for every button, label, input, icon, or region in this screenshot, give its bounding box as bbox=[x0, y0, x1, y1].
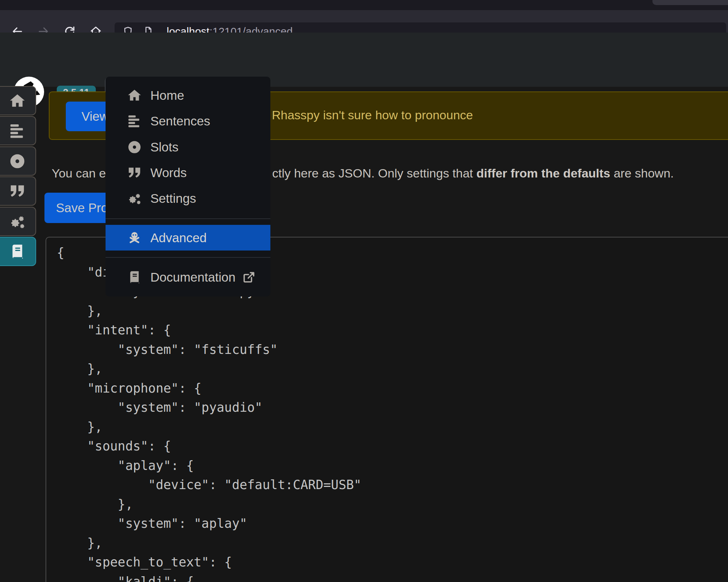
book-icon bbox=[127, 270, 142, 284]
menu-item-label: Home bbox=[150, 88, 184, 103]
profile-note-tail: are shown. bbox=[610, 166, 674, 180]
menu-item-home[interactable]: Home bbox=[106, 82, 270, 108]
browser-toolbar: localhost:12101/advanced bbox=[0, 10, 728, 33]
profile-note-start: You can e bbox=[52, 166, 106, 180]
menu-item-label: Documentation bbox=[150, 270, 235, 284]
menu-item-advanced[interactable]: Advanced bbox=[106, 225, 270, 251]
profile-note-mid: ctly here as JSON. Only settings that bbox=[272, 166, 476, 180]
align-left-icon bbox=[127, 114, 142, 128]
profile-note-bold: differ from the defaults bbox=[476, 166, 610, 180]
menu-item-label: Advanced bbox=[150, 231, 207, 245]
sidebar-item-words[interactable] bbox=[0, 176, 36, 206]
sidebar-item-settings[interactable] bbox=[0, 207, 36, 236]
sidebar-item-home[interactable] bbox=[0, 86, 36, 115]
menu-divider bbox=[106, 218, 270, 219]
menu-item-slots[interactable]: Slots bbox=[106, 134, 270, 160]
view-button-label: View bbox=[81, 109, 108, 124]
book-icon bbox=[0, 243, 35, 260]
align-left-icon bbox=[0, 123, 35, 139]
menu-item-label: Slots bbox=[150, 140, 179, 154]
home-icon bbox=[127, 88, 142, 103]
home-icon bbox=[0, 93, 35, 109]
page-dropdown-menu: Home Sentences Slots Words Settings Adva… bbox=[106, 77, 270, 296]
quote-icon bbox=[127, 166, 142, 180]
menu-item-documentation[interactable]: Documentation bbox=[106, 264, 270, 290]
quote-icon bbox=[0, 183, 35, 200]
browser-tab-fragment[interactable] bbox=[652, 0, 728, 5]
warning-message: Rhasspy isn't sure how to pronounce bbox=[272, 108, 473, 122]
menu-item-label: Sentences bbox=[150, 114, 210, 128]
menu-item-words[interactable]: Words bbox=[106, 160, 270, 185]
sidebar-item-advanced[interactable] bbox=[0, 237, 36, 266]
profile-note-end: ctly here as JSON. Only settings that di… bbox=[272, 166, 674, 180]
menu-divider bbox=[106, 257, 270, 258]
menu-item-label: Settings bbox=[150, 191, 196, 206]
cogs-icon bbox=[0, 213, 35, 230]
record-icon bbox=[0, 153, 35, 170]
skull-crossbones-icon bbox=[127, 231, 142, 245]
menu-item-label: Words bbox=[150, 166, 187, 180]
window-title-strip bbox=[0, 0, 728, 10]
record-icon bbox=[127, 140, 142, 154]
menu-item-sentences[interactable]: Sentences bbox=[106, 108, 270, 134]
rhasspy-advanced-page: localhost:12101/advanced 2.5.11 Advanced… bbox=[0, 0, 728, 582]
sidebar-item-sentences[interactable] bbox=[0, 116, 36, 145]
menu-item-settings[interactable]: Settings bbox=[106, 185, 270, 211]
external-link-icon bbox=[243, 271, 256, 284]
cogs-icon bbox=[127, 191, 142, 206]
sidebar-item-slots[interactable] bbox=[0, 146, 36, 176]
